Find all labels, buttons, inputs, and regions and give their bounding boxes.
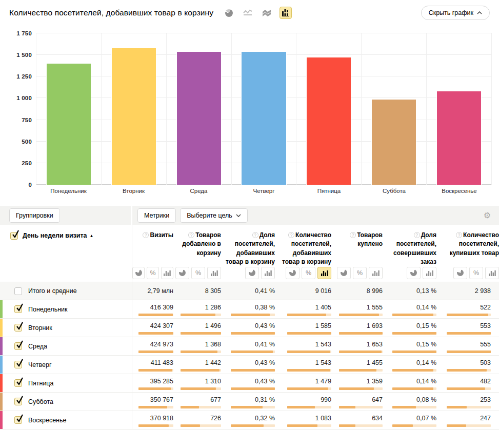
- percent-toggle-button[interactable]: %: [353, 267, 367, 279]
- sort-asc-icon: ▲: [90, 233, 94, 238]
- metric-header-cell-4: ?Количество посетителей, добавивших това…: [275, 225, 331, 282]
- table-row: Пятница395 2851 3100,43 %1 4791 3590,14 …: [0, 374, 499, 393]
- row-color-stripe: [0, 300, 3, 318]
- percent-toggle-button[interactable]: %: [469, 267, 483, 279]
- bar-toggle-button[interactable]: [261, 267, 275, 279]
- table-controls-bar: Группировки Метрики Выберите цель ⚙: [0, 206, 499, 225]
- help-icon[interactable]: ?: [456, 232, 462, 238]
- metrics-button[interactable]: Метрики: [137, 208, 176, 223]
- pie-toggle-button[interactable]: [453, 267, 467, 279]
- display-mode-toggles: %: [275, 267, 331, 279]
- cell-value-bar: [138, 314, 173, 316]
- totals-value-1: 2,79 млн: [132, 282, 173, 300]
- row-checkbox[interactable]: [14, 324, 22, 332]
- row-value-cell: 0,41 %: [221, 337, 275, 355]
- totals-checkbox[interactable]: [14, 287, 22, 295]
- cell-value: 522: [480, 304, 491, 311]
- hide-chart-button[interactable]: Скрыть график: [421, 6, 490, 20]
- help-icon[interactable]: ?: [350, 232, 356, 238]
- bar-toggle-button[interactable]: [161, 267, 173, 279]
- metric-header-label[interactable]: ?Товаров куплено: [331, 231, 383, 249]
- bar-toggle-button[interactable]: [485, 267, 499, 279]
- metric-header-label[interactable]: ?Доля посетителей, добавивших товар в ко…: [221, 231, 275, 267]
- cell-value: 0,07 %: [416, 415, 436, 422]
- chart-slots: [36, 33, 492, 185]
- cell-value: 1 368: [205, 341, 221, 348]
- cell-value-bar: [339, 424, 383, 427]
- help-icon[interactable]: ?: [143, 232, 149, 238]
- cell-value-bar: [392, 387, 436, 390]
- pie-toggle-button[interactable]: [175, 267, 189, 279]
- cell-value-bar: [287, 424, 331, 427]
- cell-value: 1 479: [315, 378, 331, 385]
- line-chart-icon[interactable]: [242, 7, 254, 19]
- row-value-cell: 424 307: [132, 319, 173, 337]
- pie-chart-icon[interactable]: [223, 7, 235, 19]
- cell-value-bar: [231, 369, 275, 372]
- help-icon[interactable]: ?: [288, 232, 294, 238]
- groupings-button[interactable]: Группировки: [9, 208, 60, 223]
- cell-value-bar: [181, 314, 221, 316]
- metric-header-cell-1: ?Визиты%: [132, 225, 173, 282]
- bar-toggle-button[interactable]: [423, 267, 436, 279]
- metric-header-label[interactable]: ?Товаров добавлено в корзину: [173, 231, 221, 258]
- bar-toggle-button[interactable]: [317, 267, 331, 279]
- help-icon[interactable]: ?: [252, 232, 258, 238]
- row-checkbox[interactable]: [14, 361, 22, 368]
- totals-row: Итого и средние 2,79 млн8 3050,41 %9 016…: [0, 282, 499, 300]
- dimension-sort-header[interactable]: День недели визита▲: [23, 232, 93, 239]
- metric-header-label[interactable]: ?Визиты: [132, 231, 173, 240]
- bars-glyph: [489, 270, 496, 276]
- help-icon[interactable]: ?: [414, 232, 420, 238]
- metric-header-label[interactable]: ?Количество посетителей, купивших товар: [436, 231, 499, 258]
- row-value-cell: 0,43 %: [221, 374, 275, 392]
- choose-goal-dropdown[interactable]: Выберите цель: [180, 208, 248, 223]
- bars-glyph: [372, 270, 380, 276]
- cell-value-bar: [231, 332, 275, 335]
- bar-chart-icon[interactable]: [280, 7, 292, 19]
- chart-slot-4: [232, 33, 297, 185]
- metric-header-label[interactable]: ?Количество посетителей, добавивших това…: [275, 231, 331, 267]
- gear-icon[interactable]: ⚙: [484, 211, 491, 220]
- cell-value: 0,15 %: [416, 322, 436, 329]
- pie-toggle-button[interactable]: [286, 267, 300, 279]
- row-value-cell: 0,14 %: [383, 300, 436, 318]
- row-checkbox[interactable]: [14, 379, 22, 387]
- bar-toggle-button[interactable]: [369, 267, 383, 279]
- row-value-cell: 1 310: [173, 374, 221, 392]
- chart-bar-7: [436, 91, 482, 185]
- row-checkbox[interactable]: [14, 416, 22, 424]
- pie-toggle-button[interactable]: [132, 267, 145, 279]
- cell-value-bar: [339, 350, 383, 353]
- select-all-checkbox[interactable]: [10, 232, 18, 240]
- chart-slot-1: [36, 33, 102, 185]
- controls-right: Метрики Выберите цель ⚙: [132, 206, 499, 225]
- row-color-stripe: [0, 356, 3, 374]
- page-title: Количество посетителей, добавивших товар…: [9, 8, 213, 17]
- row-checkbox[interactable]: [14, 305, 22, 313]
- cell-value-bar: [181, 424, 221, 427]
- bars-glyph: [164, 270, 171, 276]
- chevron-up-icon: [477, 11, 482, 14]
- row-label: Пятница: [28, 380, 53, 387]
- row-checkbox[interactable]: [14, 342, 22, 350]
- row-value-cell: 553: [436, 319, 499, 337]
- row-checkbox[interactable]: [14, 398, 22, 405]
- cell-value-bar: [339, 314, 383, 316]
- stacked-area-chart-icon[interactable]: [261, 7, 273, 19]
- percent-toggle-button[interactable]: %: [147, 267, 159, 279]
- percent-glyph: %: [150, 269, 155, 277]
- metric-header-label[interactable]: ?Доля посетителей, совершивших заказ: [383, 231, 436, 267]
- cell-value: 677: [210, 396, 221, 403]
- percent-toggle-button[interactable]: %: [191, 267, 205, 279]
- pie-toggle-button[interactable]: [407, 267, 421, 279]
- stacked-area-glyph: [262, 9, 271, 17]
- pie-toggle-button[interactable]: [337, 267, 351, 279]
- metric-header-cell-6: ?Доля посетителей, совершивших заказ: [383, 225, 436, 282]
- bar-toggle-button[interactable]: [207, 267, 221, 279]
- percent-toggle-button[interactable]: %: [302, 267, 315, 279]
- row-value-cell: 1 359: [331, 374, 383, 392]
- row-color-stripe: [0, 374, 3, 392]
- help-icon[interactable]: ?: [188, 232, 194, 238]
- pie-toggle-button[interactable]: [245, 267, 259, 279]
